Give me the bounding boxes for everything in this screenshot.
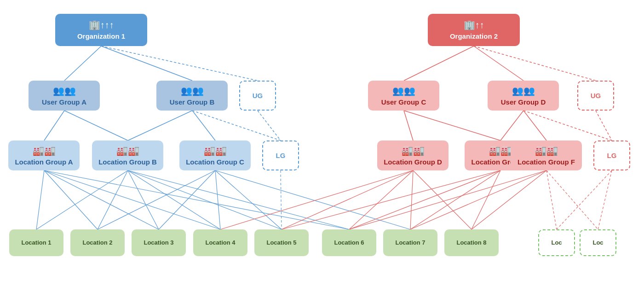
loc8-label: Location 8 (456, 239, 486, 247)
ug-a-label: User Group A (42, 98, 86, 107)
lg-f-node[interactable]: 🏭🏭 Location Group F (511, 140, 582, 170)
ug-blue-dash-node: UG (239, 81, 276, 111)
svg-line-0 (64, 46, 101, 81)
loc6-label: Location 6 (334, 239, 364, 247)
loc4-node[interactable]: Location 4 (193, 229, 247, 256)
svg-line-5 (128, 111, 192, 140)
svg-line-31 (44, 170, 349, 229)
loc-dash1-node: Loc (538, 229, 575, 256)
ug-c-label: User Group C (381, 98, 426, 107)
svg-line-23 (98, 170, 128, 229)
lg-b-node[interactable]: 🏭🏭 Location Group B (92, 140, 163, 170)
ug-b-label: User Group B (170, 98, 215, 107)
lg-c-icon: 🏭🏭 (204, 145, 227, 157)
loc5-node[interactable]: Location 5 (254, 229, 309, 256)
svg-line-45 (472, 170, 546, 229)
svg-line-26 (128, 170, 282, 229)
svg-line-50 (281, 170, 282, 229)
loc-dash1-label: Loc (551, 239, 562, 247)
svg-line-48 (557, 170, 612, 229)
loc4-label: Location 4 (205, 239, 235, 247)
ug-c-node[interactable]: 👥👥 User Group C (368, 81, 439, 111)
svg-line-36 (349, 170, 413, 229)
svg-line-16 (523, 111, 612, 140)
svg-line-42 (472, 170, 500, 229)
ug-b-icon: 👥👥 (181, 85, 204, 97)
loc7-node[interactable]: Location 7 (383, 229, 437, 256)
lg-d-node[interactable]: 🏭🏭 Location Group D (377, 140, 448, 170)
svg-line-2 (101, 46, 258, 81)
ug-b-node[interactable]: 👥👥 User Group B (156, 81, 228, 111)
svg-line-8 (258, 111, 281, 140)
lg-c-label: Location Group C (186, 158, 244, 167)
svg-line-34 (220, 170, 413, 229)
lg-a-icon: 🏭🏭 (33, 145, 56, 157)
svg-line-47 (546, 170, 598, 229)
ug-red-dash-node: UG (577, 81, 614, 111)
lg-b-icon: 🏭🏭 (116, 145, 139, 157)
svg-line-49 (598, 170, 612, 229)
diagram: 🏢↑↑↑ Organization 1 🏢↑↑ Organization 2 👥… (0, 0, 644, 281)
svg-line-1 (101, 46, 192, 81)
svg-line-32 (128, 170, 349, 229)
svg-line-19 (44, 170, 98, 229)
svg-line-38 (413, 170, 472, 229)
loc5-label: Location 5 (266, 239, 296, 247)
lg-f-icon: 🏭🏭 (535, 145, 558, 157)
svg-line-12 (404, 111, 413, 140)
lg-a-label: Location Group A (15, 158, 73, 167)
svg-line-37 (410, 170, 413, 229)
loc8-node[interactable]: Location 8 (444, 229, 499, 256)
ug-d-node[interactable]: 👥👥 User Group D (488, 81, 559, 111)
lg-red-dash-label: LG (607, 151, 617, 160)
org2-label: Organization 2 (450, 32, 498, 41)
svg-line-27 (98, 170, 215, 229)
org2-icon: 🏢↑↑ (464, 19, 484, 31)
ug-red-dash-label: UG (591, 91, 601, 100)
loc1-label: Location 1 (21, 239, 51, 247)
svg-line-3 (44, 111, 64, 140)
svg-line-46 (546, 170, 557, 229)
svg-line-20 (44, 170, 159, 229)
svg-line-30 (215, 170, 282, 229)
svg-line-29 (215, 170, 220, 229)
svg-line-18 (36, 170, 44, 229)
org2-node[interactable]: 🏢↑↑ Organization 2 (428, 14, 520, 46)
svg-line-39 (282, 170, 500, 229)
org1-label: Organization 1 (77, 32, 125, 41)
svg-line-4 (64, 111, 128, 140)
loc2-node[interactable]: Location 2 (70, 229, 125, 256)
loc-dash2-node: Loc (580, 229, 616, 256)
svg-line-15 (523, 111, 546, 140)
ug-a-icon: 👥👥 (53, 85, 76, 97)
lg-a-node[interactable]: 🏭🏭 Location Group A (8, 140, 80, 170)
svg-line-14 (500, 111, 523, 140)
svg-line-43 (349, 170, 546, 229)
svg-line-28 (159, 170, 215, 229)
svg-line-25 (128, 170, 220, 229)
lg-d-label: Location Group D (384, 158, 442, 167)
svg-line-9 (404, 46, 474, 81)
svg-line-7 (192, 111, 281, 140)
svg-line-24 (128, 170, 159, 229)
svg-line-22 (36, 170, 128, 229)
org1-node[interactable]: 🏢↑↑↑ Organization 1 (55, 14, 147, 46)
ug-a-node[interactable]: 👥👥 User Group A (29, 81, 100, 111)
loc6-node[interactable]: Location 6 (322, 229, 376, 256)
svg-line-11 (474, 46, 596, 81)
loc-dash2-label: Loc (592, 239, 603, 247)
svg-line-33 (215, 170, 410, 229)
lg-f-label: Location Group F (518, 158, 575, 167)
lg-e-icon: 🏭🏭 (489, 145, 512, 157)
svg-line-21 (44, 170, 220, 229)
lg-red-dash-node: LG (593, 140, 630, 170)
lg-b-label: Location Group B (98, 158, 157, 167)
loc1-node[interactable]: Location 1 (9, 229, 63, 256)
svg-line-41 (410, 170, 500, 229)
loc3-node[interactable]: Location 3 (132, 229, 186, 256)
lg-blue-dash-node: LG (262, 140, 299, 170)
lg-d-icon: 🏭🏭 (402, 145, 425, 157)
lg-c-node[interactable]: 🏭🏭 Location Group C (179, 140, 251, 170)
svg-line-35 (282, 170, 413, 229)
ug-c-icon: 👥👥 (392, 85, 415, 97)
